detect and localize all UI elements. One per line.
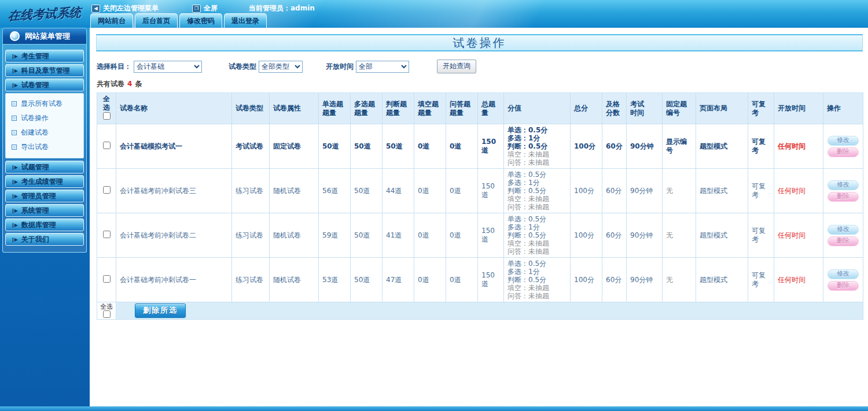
cell-time: 90分钟 bbox=[627, 258, 663, 302]
row-actions: 修改删除 bbox=[823, 213, 863, 258]
delete-button[interactable]: 删除 bbox=[827, 192, 859, 202]
sidebar-group-label: 考生管理 bbox=[21, 51, 49, 61]
row-checkbox[interactable] bbox=[103, 142, 111, 149]
list-square-icon bbox=[12, 145, 17, 150]
tab-change-password[interactable]: 修改密码 bbox=[179, 13, 222, 28]
cell-blank: 0道 bbox=[414, 169, 446, 213]
edit-button[interactable]: 修改 bbox=[827, 180, 859, 190]
sidebar-group-3[interactable]: ❙▶试题管理 bbox=[5, 161, 84, 173]
app-window: 在线考试系统 ◀ 关闭左边管理菜单 ❐ 全屏 当前管理员：admin 网站前台 … bbox=[0, 0, 868, 411]
papers-table: 全选试卷名称试卷类型试卷属性单选题 题量多选题 题量判断题 题量填空题 题量问答… bbox=[97, 92, 863, 320]
sidebar-subitem-label: 创建试卷 bbox=[21, 128, 49, 138]
col-header-10: 分值 bbox=[504, 93, 571, 124]
delete-selected-button[interactable]: 删除所选 bbox=[135, 303, 186, 318]
sidebar-group-1[interactable]: ❙▶科目及章节管理 bbox=[5, 64, 84, 77]
sidebar-subitem[interactable]: 试卷操作 bbox=[12, 111, 83, 125]
topbar-links: ◀ 关闭左边管理菜单 ❐ 全屏 当前管理员：admin bbox=[91, 3, 315, 13]
paper-name: 会计基础模拟考试一 bbox=[116, 124, 232, 169]
query-button[interactable]: 开始查询 bbox=[437, 60, 476, 73]
cell-blank: 0道 bbox=[414, 124, 446, 169]
cell-fixed: 无 bbox=[663, 213, 696, 258]
sidebar-group-label: 试题管理 bbox=[21, 162, 49, 172]
row-checkbox[interactable] bbox=[103, 231, 111, 238]
cell-retake: 可复考 bbox=[748, 213, 774, 258]
tab-logout[interactable]: 退出登录 bbox=[224, 13, 267, 28]
cell-qa: 0道 bbox=[446, 258, 478, 302]
open-time: 任何时间 bbox=[774, 258, 823, 302]
delete-button[interactable]: 删除 bbox=[827, 281, 859, 291]
score-breakdown: 单选：0.5分多选：1分判断：0.5分填空：未抽题问答：未抽题 bbox=[504, 258, 571, 302]
cell-retake: 可复考 bbox=[748, 258, 774, 302]
fullscreen-label: 全屏 bbox=[204, 3, 218, 13]
open-time: 任何时间 bbox=[774, 124, 823, 169]
delete-button[interactable]: 删除 bbox=[827, 236, 859, 246]
type-filter-label: 试卷类型 bbox=[229, 62, 256, 72]
table-row-3: 会计基础考前冲刺试卷一练习试卷随机试卷53道50道47道0道0道150道单选：0… bbox=[97, 258, 863, 302]
subject-select[interactable]: 会计基础 bbox=[134, 61, 202, 73]
score-line: 单选：0.5分 bbox=[507, 215, 567, 223]
cell-judge: 41道 bbox=[382, 213, 414, 258]
delete-button[interactable]: 删除 bbox=[827, 147, 859, 157]
row-select-cell bbox=[97, 124, 116, 169]
cell-type: 练习试卷 bbox=[232, 258, 270, 302]
edit-button[interactable]: 修改 bbox=[827, 136, 859, 146]
score-line: 单选：0.5分 bbox=[507, 126, 567, 134]
fullscreen-icon: ❐ bbox=[192, 5, 201, 13]
row-checkbox[interactable] bbox=[103, 186, 111, 194]
tab-site-front[interactable]: 网站前台 bbox=[90, 13, 133, 28]
open-time-select[interactable]: 全部 bbox=[356, 61, 409, 73]
play-icon: ❙▶ bbox=[11, 68, 17, 73]
open-time: 任何时间 bbox=[774, 169, 823, 213]
play-icon: ❙▶ bbox=[11, 83, 17, 88]
sidebar-group-6[interactable]: ❙▶系统管理 bbox=[5, 204, 84, 217]
edit-button[interactable]: 修改 bbox=[827, 269, 859, 279]
footer-actions-cell: 删除所选 bbox=[116, 302, 863, 320]
sidebar-group-label: 管理员管理 bbox=[21, 191, 56, 201]
sidebar-subitem[interactable]: 创建试卷 bbox=[12, 125, 83, 140]
cell-time: 90分钟 bbox=[627, 169, 663, 213]
sidebar-group-5[interactable]: ❙▶管理员管理 bbox=[5, 190, 84, 202]
cell-retake: 可复考 bbox=[748, 124, 774, 169]
paper-type-select[interactable]: 全部类型 bbox=[259, 61, 303, 73]
sidebar-group-7[interactable]: ❙▶数据库管理 bbox=[5, 219, 84, 231]
bottom-border-strip bbox=[0, 406, 868, 411]
cell-blank: 0道 bbox=[414, 213, 446, 258]
cell-single: 59道 bbox=[319, 213, 351, 258]
select-all-label: 全选 bbox=[101, 95, 112, 112]
col-header-2: 试卷类型 bbox=[232, 93, 270, 124]
sidebar-menu: ❙▶考生管理❙▶科目及章节管理❙▶试卷管理显示所有试卷试卷操作创建试卷导出试卷❙… bbox=[2, 45, 87, 253]
footer-select-all-checkbox[interactable] bbox=[103, 310, 111, 318]
list-square-icon bbox=[12, 130, 17, 135]
close-left-menu-link[interactable]: ◀ 关闭左边管理菜单 bbox=[91, 3, 159, 13]
row-select-cell bbox=[97, 258, 116, 302]
sidebar-group-4[interactable]: ❙▶考生成绩管理 bbox=[5, 175, 84, 188]
sidebar-subitem-label: 导出试卷 bbox=[21, 142, 49, 152]
select-all-checkbox[interactable] bbox=[103, 112, 111, 120]
col-header-7: 填空题 题量 bbox=[414, 93, 446, 124]
sidebar-group-label: 关于我们 bbox=[21, 235, 49, 245]
cell-total: 100分 bbox=[571, 258, 602, 302]
cell-pass: 60分 bbox=[602, 169, 627, 213]
cell-multi: 50道 bbox=[351, 213, 382, 258]
fullscreen-link[interactable]: ❐ 全屏 bbox=[192, 3, 218, 13]
open-time-filter-label: 开放时间 bbox=[326, 62, 354, 72]
col-header-4: 单选题 题量 bbox=[319, 93, 351, 124]
score-line: 判断：0.5分 bbox=[507, 187, 567, 195]
cell-fixed: 显示编号 bbox=[663, 124, 696, 169]
edit-button[interactable]: 修改 bbox=[827, 225, 859, 235]
sidebar-subitem[interactable]: 导出试卷 bbox=[12, 140, 83, 154]
cell-pass: 60分 bbox=[602, 124, 627, 169]
score-line: 单选：0.5分 bbox=[507, 260, 567, 268]
sidebar-subitem[interactable]: 显示所有试卷 bbox=[12, 97, 83, 111]
cell-attr: 随机试卷 bbox=[270, 213, 319, 258]
col-header-0: 全选 bbox=[97, 93, 116, 124]
sidebar-group-2[interactable]: ❙▶试卷管理 bbox=[5, 79, 84, 91]
sidebar-group-0[interactable]: ❙▶考生管理 bbox=[5, 50, 84, 62]
cell-blank: 0道 bbox=[414, 258, 446, 302]
main-content: 试卷操作 选择科目： 会计基础 试卷类型 全部类型 开放时间 全部 开始查询 共… bbox=[90, 28, 868, 411]
tab-admin-home[interactable]: 后台首页 bbox=[135, 13, 178, 28]
col-header-5: 多选题 题量 bbox=[351, 93, 382, 124]
cell-retake: 可复考 bbox=[748, 169, 774, 213]
sidebar-group-8[interactable]: ❙▶关于我们 bbox=[5, 233, 84, 246]
row-checkbox[interactable] bbox=[103, 275, 111, 283]
